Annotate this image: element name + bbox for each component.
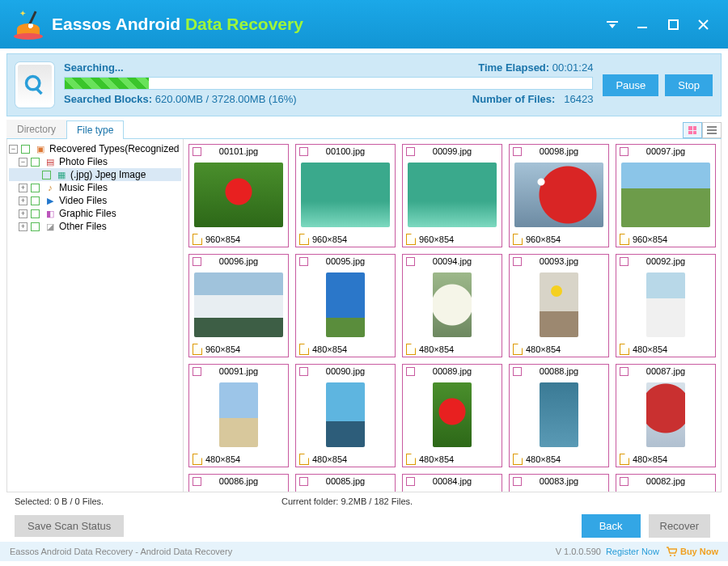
file-name: 00083.jpg xyxy=(540,476,578,486)
file-card[interactable]: 00091.jpg480×854 xyxy=(188,364,289,467)
file-card[interactable]: 00093.jpg480×854 xyxy=(509,254,609,357)
tree-music-files[interactable]: + ♪ Music Files xyxy=(9,181,181,194)
tree-graphic-files[interactable]: + ◧ Graphic Files xyxy=(9,207,181,220)
file-card[interactable]: 00096.jpg960×854 xyxy=(188,254,289,357)
pause-button[interactable]: Pause xyxy=(603,74,658,96)
tree-checkbox[interactable] xyxy=(31,222,40,231)
file-card[interactable]: 00092.jpg480×854 xyxy=(616,254,716,357)
file-card[interactable]: 00095.jpg480×854 xyxy=(295,254,396,357)
title-word3: Data Recovery xyxy=(185,15,303,33)
tree-checkbox[interactable] xyxy=(21,145,30,154)
file-checkbox[interactable] xyxy=(406,147,415,156)
tree-expand-icon[interactable]: + xyxy=(19,196,28,205)
file-checkbox[interactable] xyxy=(620,257,629,266)
file-card[interactable]: 00090.jpg480×854 xyxy=(295,364,396,467)
file-checkbox[interactable] xyxy=(406,367,415,376)
file-name: 00101.jpg xyxy=(219,146,258,156)
tree-checkbox[interactable] xyxy=(31,184,40,192)
tree-other-files[interactable]: + ◪ Other Files xyxy=(9,220,181,233)
file-icon xyxy=(513,234,523,245)
view-grid-button[interactable] xyxy=(683,122,702,138)
register-link[interactable]: Register Now xyxy=(606,547,659,556)
file-checkbox[interactable] xyxy=(193,367,201,376)
camera-icon: ▤ xyxy=(44,156,56,167)
tree-panel: − ▣ Recovered Types(Recognized − ▤ Photo… xyxy=(7,139,184,492)
file-card[interactable]: 00100.jpg960×854 xyxy=(295,144,396,247)
tree-video-files[interactable]: + ▶ Video Files xyxy=(9,194,181,207)
tree-photo-files[interactable]: − ▤ Photo Files xyxy=(9,155,181,168)
file-checkbox[interactable] xyxy=(513,477,522,486)
file-name: 00099.jpg xyxy=(433,146,472,156)
file-card[interactable]: 00082.jpg xyxy=(616,474,716,492)
recover-button[interactable]: Recover xyxy=(649,514,710,538)
file-name: 00098.jpg xyxy=(540,146,578,156)
tree-checkbox[interactable] xyxy=(31,196,40,205)
file-name: 00088.jpg xyxy=(540,366,578,376)
view-list-button[interactable] xyxy=(702,122,722,138)
file-checkbox[interactable] xyxy=(620,477,629,486)
file-checkbox[interactable] xyxy=(299,477,308,486)
tree-expand-icon[interactable]: + xyxy=(19,209,28,218)
file-checkbox[interactable] xyxy=(193,477,201,486)
minimize-button[interactable] xyxy=(637,19,649,30)
menu-dropdown-icon[interactable] xyxy=(607,19,618,30)
file-checkbox[interactable] xyxy=(620,367,629,376)
file-card[interactable]: 00084.jpg xyxy=(402,474,502,492)
file-checkbox[interactable] xyxy=(513,147,522,156)
tree-collapse-icon[interactable]: − xyxy=(9,145,18,154)
file-thumbnail xyxy=(408,489,497,492)
file-card[interactable]: 00088.jpg480×854 xyxy=(509,364,609,467)
tree-checkbox[interactable] xyxy=(42,171,51,180)
status-bar: Selected: 0 B / 0 Files. Current folder:… xyxy=(6,492,722,509)
tab-directory[interactable]: Directory xyxy=(6,120,66,138)
save-scan-button[interactable]: Save Scan Status xyxy=(15,515,124,537)
tree-expand-icon[interactable]: + xyxy=(19,184,28,192)
tree-jpeg[interactable]: ▦ (.jpg) Jpeg Image xyxy=(9,168,181,181)
progress-bar xyxy=(64,77,593,90)
file-card[interactable]: 00083.jpg xyxy=(509,474,609,492)
tree-checkbox[interactable] xyxy=(31,158,40,167)
stop-button[interactable]: Stop xyxy=(665,74,713,96)
file-checkbox[interactable] xyxy=(299,147,308,156)
file-card[interactable]: 00085.jpg xyxy=(295,474,396,492)
file-checkbox[interactable] xyxy=(193,147,201,156)
file-card[interactable]: 00098.jpg960×854 xyxy=(509,144,609,247)
file-checkbox[interactable] xyxy=(513,367,522,376)
searching-label: Searching... xyxy=(64,61,124,74)
tree-root[interactable]: − ▣ Recovered Types(Recognized xyxy=(9,142,181,155)
thumbnail-grid-wrap[interactable]: 00101.jpg960×85400100.jpg960×85400099.jp… xyxy=(184,139,721,492)
file-checkbox[interactable] xyxy=(620,147,629,156)
tree-collapse-icon[interactable]: − xyxy=(19,158,28,167)
tree-root-label: Recovered Types(Recognized xyxy=(49,143,180,154)
file-name: 00086.jpg xyxy=(219,476,258,486)
file-thumbnail xyxy=(514,489,603,492)
file-icon xyxy=(620,344,629,355)
file-card[interactable]: 00089.jpg480×854 xyxy=(402,364,502,467)
file-checkbox[interactable] xyxy=(406,477,415,486)
tab-file-type[interactable]: File type xyxy=(66,120,124,139)
file-card[interactable]: 00097.jpg960×854 xyxy=(616,144,716,247)
tree-checkbox[interactable] xyxy=(31,209,40,218)
maximize-button[interactable] xyxy=(668,19,679,30)
graphic-icon: ◧ xyxy=(44,208,56,219)
file-checkbox[interactable] xyxy=(299,257,308,266)
file-checkbox[interactable] xyxy=(193,257,201,266)
file-checkbox[interactable] xyxy=(513,257,522,266)
tree-expand-icon[interactable]: + xyxy=(19,222,28,231)
back-button[interactable]: Back xyxy=(582,514,641,538)
file-thumbnail xyxy=(194,269,283,340)
buy-now-link[interactable]: Buy Now xyxy=(666,547,718,556)
tree-other-label: Other Files xyxy=(59,221,107,232)
file-card[interactable]: 00086.jpg xyxy=(188,474,289,492)
title-word2: Android xyxy=(116,15,180,33)
file-card[interactable]: 00094.jpg480×854 xyxy=(402,254,502,357)
file-card[interactable]: 00087.jpg480×854 xyxy=(616,364,716,467)
file-card[interactable]: 00101.jpg960×854 xyxy=(188,144,289,247)
file-checkbox[interactable] xyxy=(406,257,415,266)
action-row: Save Scan Status Back Recover xyxy=(6,509,722,542)
current-folder-status: Current folder: 9.2MB / 182 Files. xyxy=(281,496,413,506)
device-phone-icon xyxy=(15,62,54,108)
close-button[interactable] xyxy=(698,19,709,30)
file-checkbox[interactable] xyxy=(299,367,308,376)
file-card[interactable]: 00099.jpg960×854 xyxy=(402,144,502,247)
